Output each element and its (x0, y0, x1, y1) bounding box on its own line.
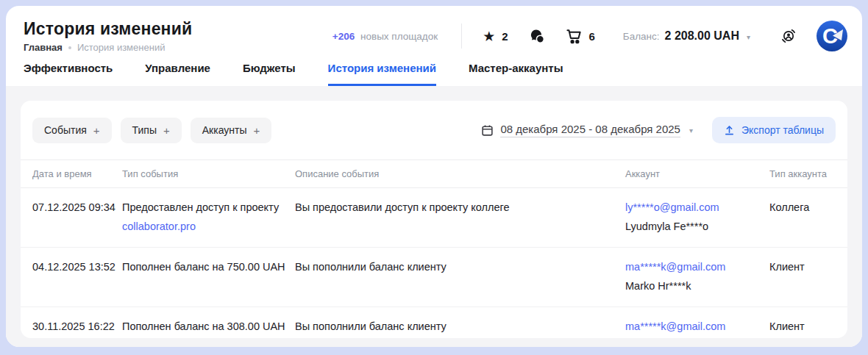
cell-datetime: 30.11.2025 16:22 (32, 317, 122, 336)
filter-chip[interactable]: События + (32, 118, 112, 143)
filter-right: 08 декабря 2025 - 08 декабря 2025 ▾ Эксп… (481, 117, 836, 143)
column-header-account-type: Тип аккаунта (769, 168, 836, 179)
account-email-link[interactable]: ma*****k@gmail.com (625, 257, 769, 276)
filter-chip-label: Типы (132, 124, 157, 136)
favorites-count: 2 (502, 30, 508, 43)
plus-icon: + (93, 124, 100, 137)
event-project-link[interactable]: collaborator.pro (122, 217, 288, 236)
tab-label: Управление (145, 62, 210, 74)
cell-description: Вы пополнили баланс клиенту (295, 317, 625, 336)
cell-account-type: Клиент (769, 317, 836, 336)
calendar-icon (481, 124, 494, 137)
filter-chip-label: События (44, 124, 87, 136)
column-header-event-type: Тип события (122, 168, 295, 179)
account-name: Lyudmyla Fe****o (625, 217, 769, 236)
new-sites-count: +206 (332, 31, 355, 42)
breadcrumb: Главная История изменений (24, 42, 192, 53)
filter-chip[interactable]: Типы + (121, 118, 182, 143)
table-body: 07.12.2025 09:34 Предоставлен доступ к п… (21, 188, 847, 338)
page-title: История изменений (24, 19, 192, 39)
table-row: 30.11.2025 16:22 Пополнен баланс на 308.… (21, 307, 847, 338)
breadcrumb-current: История изменений (77, 42, 166, 53)
tabs: Эффективность Управление Бюджеты История… (6, 57, 862, 86)
tab-label: Бюджеты (243, 62, 296, 74)
export-table-button[interactable]: Экспорт таблицы (712, 117, 836, 143)
header: История изменений Главная История измене… (6, 6, 862, 57)
upload-icon (724, 125, 735, 136)
column-header-account: Аккаунт (625, 168, 769, 179)
date-range-picker[interactable]: 08 декабря 2025 - 08 декабря 2025 ▾ (481, 123, 693, 137)
event-type-text: Пополнен баланс на 308.00 UAH (122, 317, 288, 336)
new-sites-label: новых площадок (360, 31, 438, 42)
messages-button[interactable] (529, 28, 545, 44)
filter-chips: События + Типы + Аккаунты + (32, 118, 271, 143)
star-icon: ★ (483, 29, 495, 43)
account-email-link[interactable]: ma*****k@gmail.com (625, 317, 769, 336)
breadcrumb-home-link[interactable]: Главная (24, 42, 63, 53)
plus-icon: + (163, 124, 170, 137)
cell-account: ma*****k@gmail.com Marko Hr****k (625, 317, 769, 338)
filter-bar: События + Типы + Аккаунты + 08 декабря 2… (21, 101, 847, 159)
user-sync-icon (780, 27, 797, 45)
cell-event-type: Пополнен баланс на 750.00 UAH (122, 257, 295, 276)
chat-icon (529, 28, 545, 44)
chevron-down-icon: ▾ (689, 126, 693, 135)
cell-datetime: 04.12.2025 13:52 (32, 257, 122, 276)
cell-account: ma*****k@gmail.com Marko Hr****k (625, 257, 769, 295)
balance-selector[interactable]: Баланс: 2 208.00 UAH ▾ (623, 29, 750, 43)
filter-chip-label: Аккаунты (202, 124, 247, 136)
cell-account: ly*****o@gmail.com Lyudmyla Fe****o (625, 198, 769, 236)
tab-label: Эффективность (24, 62, 113, 74)
event-type-text: Пополнен баланс на 750.00 UAH (122, 257, 288, 276)
tab-2[interactable]: Бюджеты (243, 62, 296, 86)
favorites-counter[interactable]: ★ 2 (483, 29, 508, 43)
column-header-datetime: Дата и время (32, 168, 122, 179)
column-header-description: Описание события (295, 168, 625, 179)
tab-3[interactable]: История изменений (328, 62, 436, 86)
header-divider (461, 24, 462, 49)
account-name: Marko Hr****k (625, 276, 769, 295)
plus-icon: + (253, 124, 260, 137)
cell-event-type: Пополнен баланс на 308.00 UAH (122, 317, 295, 336)
cell-datetime: 07.12.2025 09:34 (32, 198, 122, 217)
date-range-value: 08 декабря 2025 - 08 декабря 2025 (500, 123, 680, 137)
cart-counter[interactable]: 6 (566, 28, 595, 45)
cart-count: 6 (589, 30, 595, 43)
new-sites-notice[interactable]: +206 новых площадок (332, 31, 438, 42)
balance-value: 2 208.00 UAH (665, 29, 739, 43)
breadcrumb-separator (68, 46, 71, 49)
account-sync-button[interactable] (780, 27, 797, 45)
table-row: 04.12.2025 13:52 Пополнен баланс на 750.… (21, 248, 847, 307)
tab-0[interactable]: Эффективность (24, 62, 113, 86)
header-actions: +206 новых площадок ★ 2 6 (332, 21, 847, 51)
event-type-text: Предоставлен доступ к проекту (122, 198, 288, 217)
content-section: События + Типы + Аккаунты + 08 декабря 2… (6, 86, 862, 347)
account-name: Marko Hr****k (625, 336, 769, 338)
chevron-down-icon: ▾ (747, 33, 750, 41)
table-row: 07.12.2025 09:34 Предоставлен доступ к п… (21, 188, 847, 248)
table-header: Дата и время Тип события Описание событи… (21, 159, 847, 188)
title-block: История изменений Главная История измене… (24, 19, 192, 53)
history-card: События + Типы + Аккаунты + 08 декабря 2… (21, 101, 847, 338)
tab-4[interactable]: Мастер-аккаунты (469, 62, 563, 86)
filter-chip[interactable]: Аккаунты + (191, 118, 272, 143)
cell-description: Вы пополнили баланс клиенту (295, 257, 625, 276)
app-logo-icon[interactable]: C (817, 21, 847, 51)
balance-label: Баланс: (623, 31, 660, 42)
tab-1[interactable]: Управление (145, 62, 210, 86)
cell-event-type: Предоставлен доступ к проекту collaborat… (122, 198, 295, 236)
cell-account-type: Коллега (769, 198, 836, 217)
cell-account-type: Клиент (769, 257, 836, 276)
tab-label: Мастер-аккаунты (469, 62, 563, 74)
cell-description: Вы предоставили доступ к проекту коллеге (295, 198, 625, 217)
cart-icon (566, 28, 583, 45)
export-table-label: Экспорт таблицы (741, 124, 824, 136)
account-email-link[interactable]: ly*****o@gmail.com (625, 198, 769, 217)
tab-label: История изменений (328, 62, 436, 74)
main-card: История изменений Главная История измене… (6, 6, 862, 347)
